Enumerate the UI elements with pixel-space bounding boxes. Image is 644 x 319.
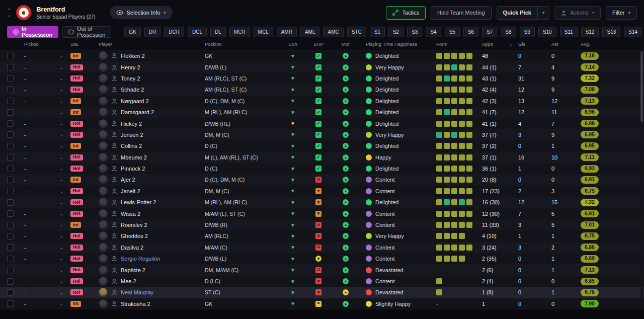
- player-name[interactable]: Roerslev 2: [121, 222, 147, 228]
- table-row[interactable]: - ⌄ Hol Henry 2 D/WB (L) ♥ ✓ ▴ Very Happ…: [0, 61, 644, 72]
- tab-in-possession[interactable]: In Possession: [7, 26, 58, 38]
- player-name[interactable]: Schade 2: [121, 87, 144, 93]
- position-chip-s7[interactable]: S7: [482, 27, 497, 37]
- position-chip-s6[interactable]: S6: [463, 27, 478, 37]
- picked-dropdown[interactable]: - ⌄: [20, 109, 70, 115]
- table-row[interactable]: - ⌄ Int Collins 2 D (C) ♥ ✓ ▴ Delighted …: [0, 140, 644, 151]
- picked-dropdown[interactable]: - ⌄: [20, 177, 70, 183]
- profile-icon[interactable]: [111, 245, 117, 251]
- table-row[interactable]: - ⌄ Hol Jensen 2 DM, M (C) ♥ ✓ ▴ Very Ha…: [0, 129, 644, 140]
- table-row[interactable]: - ⌄ Hol Pinnock 2 D (C) ♥ ✓ ▴ Delighted …: [0, 163, 644, 174]
- player-name[interactable]: Nørgaard 2: [121, 98, 149, 104]
- col-shp[interactable]: SHP: [305, 41, 332, 47]
- quick-pick-menu-chevron-icon[interactable]: ▾: [537, 7, 549, 19]
- player-name[interactable]: Lewis-Potter 2: [121, 199, 156, 205]
- profile-icon[interactable]: [111, 132, 117, 138]
- row-checkbox[interactable]: [7, 98, 14, 104]
- player-avatar[interactable]: [99, 85, 108, 94]
- position-chip-s10[interactable]: S10: [538, 27, 556, 37]
- picked-dropdown[interactable]: - ⌄: [20, 64, 70, 70]
- row-checkbox[interactable]: [7, 222, 14, 228]
- col-happiness[interactable]: Playing Time Happiness: [360, 41, 430, 47]
- col-mor[interactable]: Mor: [332, 41, 360, 47]
- table-row[interactable]: - ⌄ Hol Hickey 2 D/WB (RL) ♥ ✓ ▴ Delight…: [0, 118, 644, 129]
- hold-team-meeting-button[interactable]: Hold Team Meeting: [431, 6, 492, 20]
- row-checkbox[interactable]: [7, 177, 14, 183]
- row-checkbox[interactable]: [7, 210, 14, 217]
- col-player[interactable]: Player: [97, 41, 205, 47]
- picked-dropdown[interactable]: - ⌄: [20, 289, 70, 295]
- player-avatar[interactable]: [99, 97, 108, 106]
- picked-dropdown[interactable]: - ⌄: [20, 256, 70, 262]
- row-checkbox[interactable]: [7, 131, 14, 138]
- position-chip-amr[interactable]: AMR: [277, 27, 297, 37]
- row-checkbox[interactable]: [7, 166, 14, 172]
- picked-dropdown[interactable]: - ⌄: [20, 121, 70, 127]
- position-chip-mcr[interactable]: MCR: [229, 27, 250, 37]
- player-avatar[interactable]: [99, 187, 108, 196]
- position-chip-s13[interactable]: S13: [602, 27, 620, 37]
- row-checkbox[interactable]: [7, 278, 14, 285]
- position-chip-s8[interactable]: S8: [501, 27, 516, 37]
- player-avatar[interactable]: [99, 198, 108, 207]
- picked-dropdown[interactable]: - ⌄: [20, 211, 70, 217]
- row-checkbox[interactable]: [7, 199, 14, 206]
- col-con[interactable]: Con: [280, 41, 305, 47]
- profile-icon[interactable]: [111, 109, 117, 115]
- player-avatar[interactable]: [99, 63, 108, 72]
- player-name[interactable]: Strakosha 2: [121, 301, 150, 307]
- profile-icon[interactable]: [111, 143, 117, 149]
- quick-pick-button[interactable]: Quick Pick ▾: [497, 6, 550, 20]
- picked-dropdown[interactable]: - ⌄: [20, 301, 70, 307]
- player-name[interactable]: Collins 2: [121, 143, 142, 149]
- table-row[interactable]: - ⌄ Int Flekken 2 GK ♥ ✓ ▴ Delighted 48 …: [0, 50, 644, 61]
- col-position[interactable]: Position: [205, 41, 280, 47]
- picked-dropdown[interactable]: - ⌄: [20, 199, 70, 205]
- col-picked[interactable]: Picked: [20, 41, 70, 47]
- tactics-button[interactable]: Tactics: [386, 6, 426, 20]
- position-chip-s2[interactable]: S2: [388, 27, 404, 37]
- position-chip-dr[interactable]: DR: [144, 27, 160, 37]
- position-chip-gk[interactable]: GK: [124, 27, 140, 37]
- profile-icon[interactable]: [111, 154, 117, 161]
- player-avatar[interactable]: [99, 164, 108, 173]
- player-name[interactable]: Wissa 2: [121, 211, 140, 217]
- table-row[interactable]: - ⌄ Int Nørgaard 2 D (C), DM, M (C) ♥ ✓ …: [0, 96, 644, 107]
- row-checkbox[interactable]: [7, 120, 14, 127]
- row-checkbox[interactable]: [7, 154, 14, 161]
- picked-dropdown[interactable]: - ⌄: [20, 233, 70, 239]
- player-avatar[interactable]: [99, 288, 108, 297]
- picked-dropdown[interactable]: - ⌄: [20, 166, 70, 172]
- table-row[interactable]: - ⌄ Int Damsgaard 2 M (RL), AM (RLC) ♥ ✓…: [0, 107, 644, 118]
- row-checkbox[interactable]: [7, 289, 14, 296]
- table-row[interactable]: - ⌄ Hol Wissa 2 M/AM (L), ST (C) ♥ ▾ ▴ C…: [0, 208, 644, 219]
- table-row[interactable]: - ⌄ Hol Mbeumo 2 M (L), AM (RL), ST (C) …: [0, 152, 644, 163]
- table-row[interactable]: - ⌄ Hol Baptiste 2 DM, M/AM (C) ♥ ✕ ▴ De…: [0, 264, 644, 275]
- player-avatar[interactable]: [99, 220, 108, 229]
- table-row[interactable]: - ⌄ Hol Neal Maupay ST (C) ♥ ✕ ▴ Devasta…: [0, 287, 644, 298]
- picked-dropdown[interactable]: - ⌄: [20, 222, 70, 228]
- table-row[interactable]: - ⌄ Int Ajer 2 D (C), DM, M (C) ♥ ✕ ▴ Co…: [0, 174, 644, 185]
- player-name[interactable]: Janelt 2: [121, 188, 140, 194]
- profile-icon[interactable]: [111, 199, 117, 205]
- player-avatar[interactable]: [99, 74, 108, 83]
- row-checkbox[interactable]: [7, 75, 14, 82]
- profile-icon[interactable]: [111, 211, 117, 217]
- player-name[interactable]: Sergio Reguilón: [121, 256, 160, 262]
- picked-dropdown[interactable]: - ⌄: [20, 245, 70, 251]
- row-checkbox[interactable]: [7, 188, 14, 194]
- player-name[interactable]: Dasilva 2: [121, 245, 143, 251]
- table-row[interactable]: - ⌄ Hol Sergio Reguilón D/WB (L) ♥ ▾ ▴ C…: [0, 253, 644, 264]
- player-name[interactable]: Baptiste 2: [121, 267, 145, 273]
- position-chip-s4[interactable]: S4: [426, 27, 441, 37]
- row-checkbox[interactable]: [7, 233, 14, 240]
- table-row[interactable]: - ⌄ Int Roerslev 2 D/WB (R) ♥ ✕ ▴ Conten…: [0, 219, 644, 230]
- profile-icon[interactable]: [111, 98, 117, 104]
- position-chip-dcl[interactable]: DCL: [188, 27, 207, 37]
- row-checkbox[interactable]: [7, 53, 14, 59]
- position-chip-s3[interactable]: S3: [407, 27, 422, 37]
- row-checkbox[interactable]: [7, 300, 14, 307]
- picked-dropdown[interactable]: - ⌄: [20, 267, 70, 273]
- player-avatar[interactable]: [99, 130, 108, 139]
- profile-icon[interactable]: [111, 301, 117, 307]
